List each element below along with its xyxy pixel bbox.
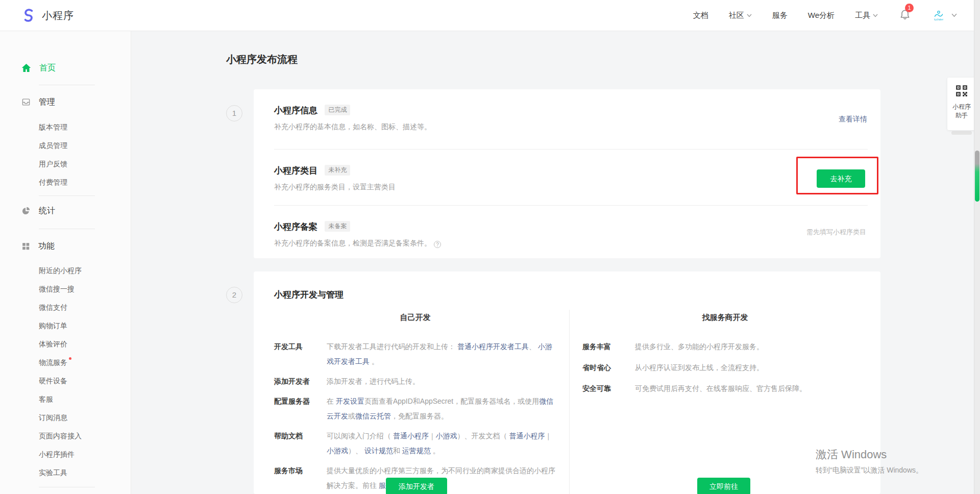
nav-community[interactable]: 社区 [729, 11, 752, 20]
view-details-link[interactable]: 查看详情 [839, 115, 867, 124]
tray-icon [21, 97, 31, 107]
section-miniprogram-category: 小程序类目 未补充 补充小程序的服务类目，设置主营类目 去补充 [254, 150, 880, 205]
step-2-number: 2 [226, 287, 242, 303]
miniprogram-logo-icon [20, 7, 37, 23]
sidebar-item-statistics[interactable]: 统计 [0, 202, 131, 219]
devtools-link[interactable]: 普通小程序开发者工具 [457, 342, 529, 351]
sidebar-item-user-feedback[interactable]: 用户反馈 [0, 155, 131, 173]
status-badge-missing: 未补充 [325, 165, 350, 176]
nav-service[interactable]: 服务 [772, 11, 788, 20]
account-menu-chevron-icon[interactable] [951, 13, 957, 17]
nav-we-analytics[interactable]: We分析 [808, 11, 835, 20]
divider [39, 229, 95, 229]
miniprogram-logo[interactable]: 小程序 [20, 7, 74, 23]
row-help-docs: 帮助文档 可以阅读入门介绍（ 普通小程序｜小游戏）、开发文档（ 普通小程序｜小游… [274, 429, 556, 458]
row-safe-reliable: 安全可靠 可免费试用后再支付、在线客服响应、官方售后保障。 [582, 381, 868, 396]
sidebar-item-experience-review[interactable]: 体验评价 [0, 335, 131, 353]
section-desc: 补充小程序的备案信息，检测是否满足备案条件。? [274, 239, 868, 248]
sidebar-item-home[interactable]: 首页 [0, 59, 131, 77]
fill-category-button[interactable]: 去补充 [817, 169, 865, 188]
wechat-miniprogram-console: 小程序 文档 社区 服务 We分析 工具 1 [0, 0, 980, 494]
dev-and-manage-card: 小程序开发与管理 自己开发 开发工具 下载开发者工具进行代码的开发和上传： 普通… [254, 271, 880, 494]
design-guideline-link[interactable]: 设计规范 [364, 447, 393, 455]
go-now-button[interactable]: 立即前往 [697, 478, 750, 494]
sidebar-item-customer-service[interactable]: 客服 [0, 390, 131, 408]
sidebar-item-subscribe-message[interactable]: 订阅消息 [0, 408, 131, 427]
nav-tools[interactable]: 工具 [855, 11, 878, 20]
cloud-hosting-link[interactable]: 微信云托管 [355, 412, 391, 420]
sidebar-item-payment-manage[interactable]: 付费管理 [0, 173, 131, 191]
section-desc: 补充小程序的服务类目，设置主营类目 [274, 183, 868, 192]
add-developer-button[interactable]: 添加开发者 [386, 478, 447, 494]
grid-icon [21, 242, 30, 251]
dev-columns: 自己开发 开发工具 下载开发者工具进行代码的开发和上传： 普通小程序开发者工具、… [254, 310, 880, 494]
manage-submenu: 版本管理 成员管理 用户反馈 付费管理 [0, 118, 131, 191]
scrollbar-track[interactable] [974, 0, 980, 494]
row-dev-tools: 开发工具 下载开发者工具进行代码的开发和上传： 普通小程序开发者工具、 小游戏开… [274, 339, 556, 369]
divider [39, 85, 95, 85]
docs-minigame-link[interactable]: 小游戏 [327, 447, 348, 455]
header-nav: 文档 社区 服务 We分析 工具 1 kychaker [673, 8, 957, 23]
vendor-develop-column: 找服务商开发 服务丰富 提供多行业、多功能的小程序开发服务。 省时省心 从小程序… [569, 310, 880, 494]
self-develop-column: 自己开发 开发工具 下载开发者工具进行代码的开发和上传： 普通小程序开发者工具、… [254, 310, 569, 494]
sidebar-item-shopping-orders[interactable]: 购物订单 [0, 316, 131, 335]
section-title: 小程序类目 [274, 165, 317, 177]
sidebar-item-logistics-service[interactable]: 物流服务 [0, 353, 131, 372]
scrollbar-thumb[interactable] [975, 151, 979, 202]
account-avatar[interactable]: kychaker [931, 8, 946, 23]
step-1-number: 1 [226, 105, 242, 121]
row-add-developer: 添加开发者 添加开发者，进行代码上传。 [274, 374, 556, 389]
chevron-down-icon [747, 14, 752, 17]
collapsed-widget-stub[interactable] [951, 131, 972, 135]
sidebar-item-experiment-tools[interactable]: 实验工具 [0, 463, 131, 482]
chevron-down-icon [873, 14, 878, 17]
home-icon [21, 63, 31, 72]
sidebar-item-miniprogram-plugin[interactable]: 小程序插件 [0, 445, 131, 463]
row-config-server: 配置服务器 在 开发设置页面查看AppID和AppSecret，配置服务器域名，… [274, 394, 556, 424]
row-time-saving: 省时省心 从小程序认证到发布上线，全流程支持。 [582, 360, 868, 375]
intro-miniprogram-link[interactable]: 普通小程序 [393, 432, 429, 440]
sidebar-item-version-manage[interactable]: 版本管理 [0, 118, 131, 136]
new-badge-dot [69, 357, 71, 360]
sidebar-item-hardware-device[interactable]: 硬件设备 [0, 372, 131, 390]
sidebar: 首页 管理 版本管理 成员管理 用户反馈 付费管理 统计 [0, 31, 131, 494]
notification-badge: 1 [905, 4, 914, 12]
help-icon[interactable]: ? [434, 241, 441, 248]
section-miniprogram-info: 小程序信息 已完成 补充小程序的基本信息，如名称、图标、描述等。 查看详情 [254, 89, 880, 149]
sidebar-item-manage[interactable]: 管理 [0, 93, 131, 111]
intro-minigame-link[interactable]: 小游戏 [436, 432, 457, 440]
dev-settings-link[interactable]: 开发设置 [336, 397, 364, 405]
column-header: 自己开发 [274, 310, 556, 325]
status-badge-completed: 已完成 [325, 105, 350, 115]
qr-code-icon [955, 84, 968, 97]
sidebar-item-wechat-search[interactable]: 微信搜一搜 [0, 280, 131, 298]
publish-flow-step1-card: 小程序信息 已完成 补充小程序的基本信息，如名称、图标、描述等。 查看详情 小程… [254, 89, 880, 258]
top-header: 小程序 文档 社区 服务 We分析 工具 1 [0, 0, 980, 31]
status-badge-not-filed: 未备案 [325, 221, 350, 232]
column-header: 找服务商开发 [582, 310, 868, 325]
pie-chart-icon [21, 206, 31, 215]
card2-title: 小程序开发与管理 [274, 289, 344, 301]
prerequisite-note: 需先填写小程序类目 [806, 228, 866, 237]
sidebar-item-nearby-miniprogram[interactable]: 附近的小程序 [0, 261, 131, 280]
sidebar-item-member-manage[interactable]: 成员管理 [0, 136, 131, 155]
sidebar-item-page-content-access[interactable]: 页面内容接入 [0, 427, 131, 445]
docs-miniprogram-link[interactable]: 普通小程序 [509, 432, 545, 440]
divider [39, 195, 95, 196]
operation-guideline-link[interactable]: 运营规范 [402, 447, 431, 455]
section-title: 小程序备案 [274, 221, 317, 233]
nav-docs[interactable]: 文档 [693, 11, 708, 20]
assistant-label: 小程序助手 [951, 103, 972, 120]
features-submenu: 附近的小程序 微信搜一搜 微信支付 购物订单 体验评价 物流服务 硬件设备 客服… [0, 261, 131, 482]
logo-text: 小程序 [42, 9, 74, 22]
avatar-logo-icon [934, 10, 944, 18]
divider [39, 487, 95, 487]
notification-bell[interactable]: 1 [899, 8, 911, 22]
row-rich-service: 服务丰富 提供多行业、多功能的小程序开发服务。 [582, 339, 868, 354]
section-title: 小程序信息 [274, 105, 317, 116]
miniprogram-assistant-widget[interactable]: 小程序助手 [947, 78, 976, 130]
page-title: 小程序发布流程 [226, 53, 298, 66]
sidebar-item-wechat-pay[interactable]: 微信支付 [0, 298, 131, 316]
sidebar-item-features[interactable]: 功能 [0, 237, 131, 255]
section-desc: 补充小程序的基本信息，如名称、图标、描述等。 [274, 122, 868, 132]
